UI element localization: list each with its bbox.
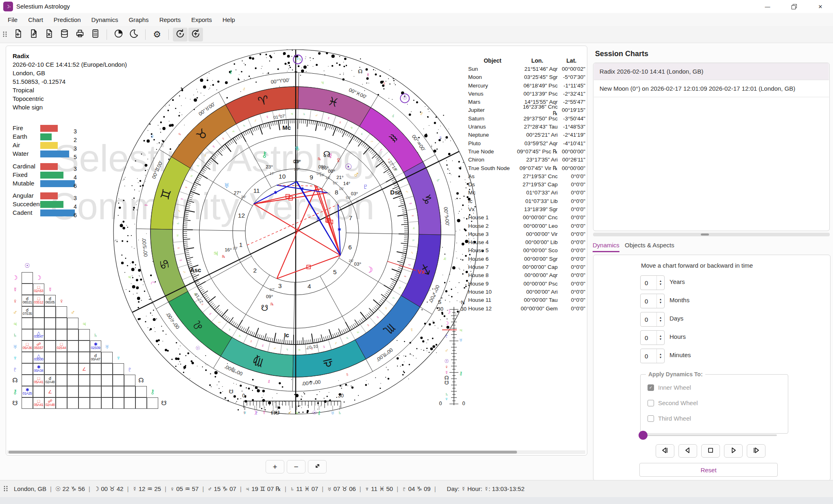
menu-item-exports[interactable]: Exports xyxy=(186,15,217,25)
time-slider-track[interactable] xyxy=(642,434,777,436)
object-lon: 00°00'00" Sco xyxy=(517,247,558,253)
svg-text:☿: ☿ xyxy=(178,258,183,262)
close-chart-button[interactable] xyxy=(41,28,56,41)
bar-row-succedent: Succedent4 xyxy=(6,200,112,209)
svg-text:♄: ♄ xyxy=(175,222,180,225)
inner-wheel-checkbox-row[interactable]: ✓Inner Wheel xyxy=(648,384,691,391)
minimize-button[interactable]: — xyxy=(758,0,777,13)
settings-button[interactable]: ⚙ xyxy=(150,28,164,41)
fit-view-button[interactable] xyxy=(308,460,327,473)
step-forward-button[interactable] xyxy=(747,444,765,458)
spin-up-icon[interactable]: ▲ xyxy=(659,279,662,283)
menu-item-graphs[interactable]: Graphs xyxy=(123,15,154,25)
zoom-in-icon: + xyxy=(273,463,277,471)
step-back-button[interactable] xyxy=(656,444,674,458)
tab-objects-aspects[interactable]: Objects & Aspects xyxy=(625,242,674,251)
svg-text:♃: ♃ xyxy=(355,329,360,335)
aspect-orb: 02S09 xyxy=(91,346,100,350)
tab-dynamics[interactable]: Dynamics xyxy=(593,242,619,252)
svg-text:♀: ♀ xyxy=(249,339,253,344)
object-name: House 3 xyxy=(468,231,517,237)
spinner-arrows[interactable]: ▲▼ xyxy=(656,294,664,308)
object-lat: 00°00'00" xyxy=(558,165,585,171)
svg-text:☋: ☋ xyxy=(261,303,268,312)
object-lat: 00°00'00" xyxy=(558,148,585,155)
calculator-button[interactable] xyxy=(88,28,102,41)
menu-item-prediction[interactable]: Prediction xyxy=(48,15,86,25)
aspect-orb: 02A53 xyxy=(34,289,43,293)
status-drag-handle[interactable] xyxy=(3,485,8,493)
spin-down-icon[interactable]: ▼ xyxy=(659,338,662,341)
svg-text:♄: ♄ xyxy=(345,336,350,341)
object-lon: 03°59'52" Aqr xyxy=(517,140,558,146)
chart-horizontal-scrollbar[interactable] xyxy=(7,450,585,454)
sync-chart-button[interactable] xyxy=(173,28,188,41)
minutes-spinner[interactable]: 0▲▼ xyxy=(640,349,665,363)
play-forward-button[interactable] xyxy=(724,444,743,458)
spinner-arrows[interactable]: ▲▼ xyxy=(656,276,664,290)
moon-phase-button[interactable] xyxy=(126,28,141,41)
spin-down-icon[interactable]: ▼ xyxy=(659,319,662,323)
hours-spinner[interactable]: 0▲▼ xyxy=(640,330,665,345)
zoom-in-button[interactable]: + xyxy=(266,460,284,473)
menu-item-file[interactable]: File xyxy=(2,15,23,25)
inner-wheel-checkbox[interactable]: ✓ xyxy=(648,384,654,391)
dynamics-heading: Move a chart forward or backward in time xyxy=(641,262,753,269)
object-lon: 01°07'33" Ari xyxy=(517,190,558,196)
second-wheel-checkbox-row[interactable]: Second Wheel xyxy=(648,399,698,406)
chart-coordinates: 51.50853, -0.12574 xyxy=(13,77,127,86)
menu-item-dynamics[interactable]: Dynamics xyxy=(86,15,124,25)
aspect-orb: 00A34 xyxy=(34,369,43,373)
spin-up-icon[interactable]: ▲ xyxy=(659,316,662,319)
sync-settings-button[interactable] xyxy=(188,28,203,41)
svg-text:25': 25' xyxy=(294,167,299,171)
chart-database-button[interactable] xyxy=(57,28,72,41)
time-pie-button[interactable] xyxy=(111,28,126,41)
session-scrollbar-thumb[interactable] xyxy=(701,233,709,236)
session-list-scrollbar[interactable] xyxy=(593,233,830,236)
spinner-arrows[interactable]: ▲▼ xyxy=(656,331,664,345)
spin-up-icon[interactable]: ▲ xyxy=(659,353,662,356)
time-slider-knob[interactable] xyxy=(639,431,648,440)
object-lon: 23°17'35" Ari xyxy=(517,157,558,163)
spinner-arrows[interactable]: ▲▼ xyxy=(656,349,664,363)
scrollbar-thumb[interactable] xyxy=(9,451,517,454)
third-wheel-checkbox[interactable] xyxy=(648,415,654,422)
play-back-button[interactable] xyxy=(678,444,697,458)
bar-label-succedent: Succedent xyxy=(13,201,41,207)
object-name: Moon xyxy=(468,74,517,80)
object-lon: 00°13'39" Psc xyxy=(517,91,558,97)
edit-chart-button[interactable] xyxy=(26,28,41,41)
status-position: ☽ 00 ♉ 42 xyxy=(94,485,124,493)
spin-down-icon[interactable]: ▼ xyxy=(659,356,662,359)
clock-pie-icon xyxy=(113,28,124,40)
print-button[interactable] xyxy=(72,28,87,41)
apply-dynamics-legend: Apply Dynamics To: xyxy=(646,371,705,377)
menu-item-reports[interactable]: Reports xyxy=(154,15,186,25)
svg-text:♃: ♃ xyxy=(320,79,325,86)
spin-up-icon[interactable]: ▲ xyxy=(659,298,662,301)
spin-down-icon[interactable]: ▼ xyxy=(659,283,662,286)
zoom-out-button[interactable]: − xyxy=(287,460,305,473)
months-spinner[interactable]: 0▲▼ xyxy=(640,294,665,308)
reset-button[interactable]: Reset xyxy=(639,463,778,477)
menu-item-help[interactable]: Help xyxy=(217,15,240,25)
days-spinner[interactable]: 0▲▼ xyxy=(640,312,665,327)
toolbar-drag-handle[interactable] xyxy=(2,31,7,38)
third-wheel-checkbox-row[interactable]: Third Wheel xyxy=(648,415,691,422)
session-chart-item-2[interactable]: New Moon (0°) on 2026-02-17 12:01:09 202… xyxy=(594,80,829,97)
grid-planet-true-node: ☊ xyxy=(9,375,21,386)
spin-down-icon[interactable]: ▼ xyxy=(659,301,662,304)
years-spinner[interactable]: 0▲▼ xyxy=(640,275,665,290)
spinner-arrows[interactable]: ▲▼ xyxy=(656,312,664,326)
spin-up-icon[interactable]: ▲ xyxy=(659,334,662,338)
maximize-button[interactable] xyxy=(785,0,803,13)
session-chart-item-1[interactable]: Radix 2026-02-10 14:41 (London, GB) xyxy=(594,63,829,80)
menu-item-chart[interactable]: Chart xyxy=(23,15,48,25)
second-wheel-checkbox[interactable] xyxy=(648,400,654,406)
svg-text:07': 07' xyxy=(317,171,322,176)
new-chart-button[interactable] xyxy=(11,28,25,41)
stop-button[interactable] xyxy=(701,444,720,458)
close-button[interactable]: ✕ xyxy=(811,0,830,13)
table-row-true-node: True Node09°07'45" Psc ℞00°00'00" xyxy=(468,147,586,155)
